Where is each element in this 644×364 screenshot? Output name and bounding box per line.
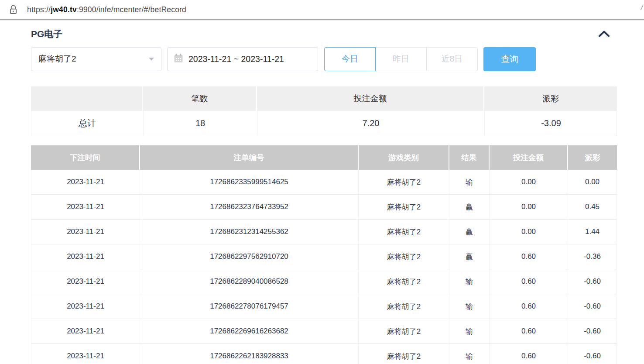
cell-bet-id: 1726862297562910720 (140, 244, 359, 269)
cell-bet-id: 1726862278076179457 (140, 294, 359, 319)
cell-result: 输 (449, 344, 490, 364)
summary-bet-amount-value: 7.20 (257, 111, 485, 136)
cell-game: 麻将胡了2 (359, 244, 449, 269)
cell-amount: 0.60 (490, 294, 568, 319)
table-row: 2023-11-21 1726862289040086528 麻将胡了2 输 0… (31, 269, 617, 294)
cell-game: 麻将胡了2 (359, 269, 449, 294)
cell-result: 输 (449, 319, 490, 343)
cell-bet-id: 1726862323764733952 (140, 195, 359, 219)
summary-table-header: 笔数 投注金额 派彩 (31, 86, 617, 111)
table-row: 2023-11-21 1726862269616263682 麻将胡了2 输 0… (31, 319, 617, 344)
cell-game: 麻将胡了2 (359, 294, 449, 319)
cell-game: 麻将胡了2 (359, 319, 449, 343)
chevron-down-icon (149, 58, 154, 61)
cell-amount: 0.60 (490, 244, 568, 269)
quick-range-group: 今日昨日近8日 (324, 47, 478, 71)
summary-header-payout: 派彩 (484, 86, 617, 111)
table-row: 2023-11-21 1726862278076179457 麻将胡了2 输 0… (31, 294, 617, 319)
cell-amount: 0.00 (490, 220, 568, 244)
cell-game: 麻将胡了2 (359, 220, 449, 244)
overflow-text: / (641, 4, 643, 11)
browser-url-bar: https://jw40.tv:9900/infe/mcenter/#/betR… (0, 0, 644, 20)
summary-count-value: 18 (144, 111, 257, 136)
table-row: 2023-11-21 1726862312314255362 麻将胡了2 赢 0… (31, 220, 617, 244)
cell-result: 输 (449, 170, 490, 194)
quick-range-button-0[interactable]: 今日 (324, 47, 376, 71)
cell-result: 赢 (449, 220, 490, 244)
cell-bet-id: 1726862262183928833 (140, 344, 359, 364)
chevron-up-icon (598, 32, 610, 38)
page-title: PG电子 (31, 28, 62, 40)
cell-bet-time: 2023-11-21 (31, 244, 140, 269)
cell-payout: -0.60 (568, 319, 617, 343)
summary-total-label: 总计 (31, 111, 144, 136)
query-button[interactable]: 查询 (483, 47, 536, 71)
cell-bet-time: 2023-11-21 (31, 220, 140, 244)
cell-result: 输 (449, 294, 490, 319)
cell-bet-time: 2023-11-21 (31, 170, 140, 194)
date-range-picker[interactable]: 2023-11-21 ~ 2023-11-21 (167, 47, 318, 71)
quick-range-button-2[interactable]: 近8日 (426, 47, 478, 71)
cell-bet-time: 2023-11-21 (31, 195, 140, 219)
col-header-amount: 投注金额 (490, 145, 568, 170)
cell-game: 麻将胡了2 (359, 195, 449, 219)
lock-icon[interactable] (9, 4, 17, 15)
col-header-game: 游戏类别 (359, 145, 449, 170)
cell-amount: 0.00 (490, 170, 568, 194)
url-text[interactable]: https://jw40.tv:9900/infe/mcenter/#/betR… (27, 5, 186, 14)
table-row: 2023-11-21 1726862323764733952 麻将胡了2 赢 0… (31, 195, 617, 220)
url-path: :9900/infe/mcenter/#/betRecord (77, 5, 186, 14)
bet-table-header: 下注时间 注单编号 游戏类别 结果 投注金额 派彩 (31, 145, 617, 170)
url-host: jw40.tv (51, 5, 77, 14)
bet-record-table: 下注时间 注单编号 游戏类别 结果 投注金额 派彩 2023-11-21 172… (31, 145, 617, 364)
cell-payout: -0.60 (568, 344, 617, 364)
collapse-panel-button[interactable] (597, 29, 611, 39)
col-header-bet-id: 注单编号 (140, 145, 359, 170)
summary-header-count: 笔数 (143, 86, 257, 111)
cell-bet-time: 2023-11-21 (31, 294, 140, 319)
calendar-icon (174, 53, 183, 65)
summary-header-bet-amount: 投注金额 (257, 86, 484, 111)
cell-payout: 1.44 (568, 220, 617, 244)
summary-total-row: 总计 18 7.20 -3.09 (31, 111, 617, 136)
cell-game: 麻将胡了2 (359, 344, 449, 364)
cell-payout: -0.36 (568, 244, 617, 269)
cell-amount: 0.60 (490, 344, 568, 364)
table-row: 2023-11-21 1726862335999514625 麻将胡了2 输 0… (31, 170, 617, 195)
date-range-value: 2023-11-21 ~ 2023-11-21 (188, 54, 284, 64)
table-row: 2023-11-21 1726862262183928833 麻将胡了2 输 0… (31, 344, 617, 364)
cell-bet-id: 1726862269616263682 (140, 319, 359, 343)
quick-range-button-1[interactable]: 昨日 (375, 47, 427, 71)
cell-bet-time: 2023-11-21 (31, 269, 140, 294)
cell-payout: 0.45 (568, 195, 617, 219)
game-select-value: 麻将胡了2 (38, 53, 149, 65)
cell-result: 输 (449, 269, 490, 294)
cell-result: 赢 (449, 244, 490, 269)
url-scheme: https:// (27, 5, 51, 14)
summary-payout-value: -3.09 (485, 111, 617, 136)
col-header-result: 结果 (449, 145, 490, 170)
summary-header-blank (31, 86, 143, 111)
cell-amount: 0.60 (490, 319, 568, 343)
game-select[interactable]: 麻将胡了2 (31, 47, 161, 71)
cell-result: 赢 (449, 195, 490, 219)
cell-payout: -0.60 (568, 294, 617, 319)
cell-amount: 0.00 (490, 195, 568, 219)
cell-payout: 0.00 (568, 170, 617, 194)
table-row: 2023-11-21 1726862297562910720 麻将胡了2 赢 0… (31, 244, 617, 269)
summary-table: 笔数 投注金额 派彩 总计 18 7.20 -3.09 (31, 86, 617, 136)
cell-game: 麻将胡了2 (359, 170, 449, 194)
cell-amount: 0.60 (490, 269, 568, 294)
cell-payout: -0.60 (568, 269, 617, 294)
cell-bet-id: 1726862335999514625 (140, 170, 359, 194)
bet-table-body: 2023-11-21 1726862335999514625 麻将胡了2 输 0… (31, 170, 617, 364)
col-header-bet-time: 下注时间 (31, 145, 140, 170)
cell-bet-time: 2023-11-21 (31, 344, 140, 364)
cell-bet-id: 1726862289040086528 (140, 269, 359, 294)
col-header-payout: 派彩 (568, 145, 617, 170)
filter-bar: 麻将胡了2 2023-11-21 ~ 2023-11-21 (31, 47, 617, 71)
cell-bet-time: 2023-11-21 (31, 319, 140, 343)
panel-header: PG电子 (31, 20, 617, 41)
cell-bet-id: 1726862312314255362 (140, 220, 359, 244)
